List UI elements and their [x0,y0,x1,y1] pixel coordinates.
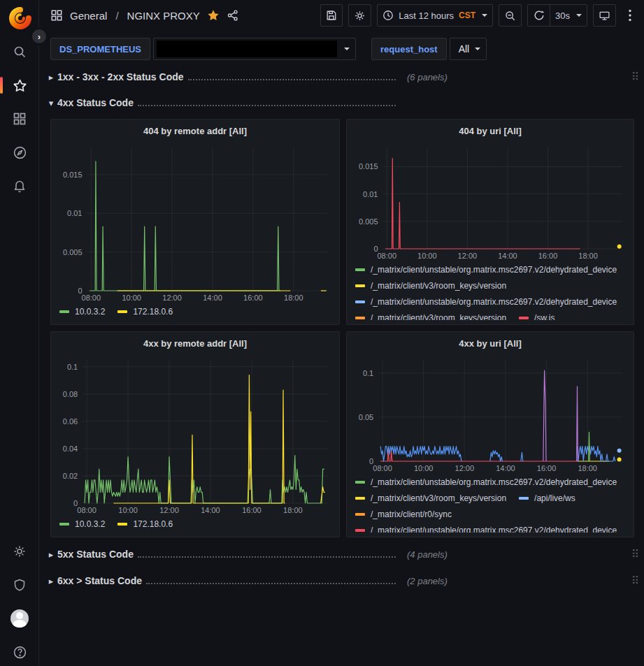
alerting-bell-icon[interactable] [6,176,34,196]
legend-item[interactable]: 10.0.3.2 [59,519,105,529]
legend-item[interactable]: /_matrix/client/v3/room_keys/version [355,281,506,291]
svg-text:14:00: 14:00 [203,294,222,302]
server-admin-shield-icon[interactable] [6,575,34,595]
row-header-6xx[interactable]: ▸ 6xx > Status Code (2 panels) ⠿ [45,571,638,591]
svg-text:12:00: 12:00 [159,506,179,514]
request-host-variable-label[interactable]: request_host [371,38,447,60]
kebab-menu-icon[interactable] [622,4,638,27]
panel-title[interactable]: 4xx by remote addr [All] [57,336,334,353]
svg-text:08:00: 08:00 [377,252,396,260]
refresh-button[interactable] [527,4,550,27]
svg-text:10:00: 10:00 [122,294,141,302]
legend-swatch [355,317,365,319]
time-series-chart[interactable]: 08:0010:0012:0014:0016:0018:0000.020.040… [57,353,334,516]
panel-4xx-by-uri: 4xx by uri [All] 08:0010:0012:0014:0016:… [346,331,634,537]
svg-text:0.005: 0.005 [63,248,83,256]
zoom-out-icon [504,10,516,22]
apps-grid-icon[interactable] [50,9,63,22]
search-icon[interactable] [6,42,34,61]
legend-label: /api/live/ws [534,493,575,503]
svg-text:16:00: 16:00 [537,464,557,472]
dashboard-settings-button[interactable] [348,4,371,27]
panel-title[interactable]: 404 by uri [All] [352,124,628,140]
time-series-chart[interactable]: 08:0010:0012:0014:0016:0018:0000.0050.01… [352,140,628,261]
legend-item[interactable]: /_matrix/client/unstable/org.matrix.msc2… [355,477,617,487]
page-title: NGINX PROXY [127,10,200,22]
panel-title[interactable]: 4xx by uri [All] [352,336,628,353]
row-title: 6xx > Status Code [57,575,142,586]
share-icon[interactable] [227,9,239,22]
row-title: 1xx - 3xx - 2xx Status Code [57,71,184,82]
legend-item[interactable]: 172.18.0.6 [117,307,173,317]
panel-legend: 10.0.3.2172.18.0.6 [57,303,334,320]
sidebar-expand-button[interactable]: › [30,27,48,45]
refresh-interval-picker[interactable]: 30s [550,4,587,27]
tv-mode-button[interactable] [593,4,616,27]
legend-label: /sw.js [534,313,554,321]
legend-item[interactable]: /_matrix/client/unstable/org.matrix.msc2… [355,265,617,275]
row-panel-count: (4 panels) [407,549,448,560]
avatar [10,609,29,628]
row-header-1xx-3xx-2xx[interactable]: ▸ 1xx - 3xx - 2xx Status Code (6 panels)… [45,67,638,87]
configuration-gear-icon[interactable] [6,542,34,561]
dashboards-icon[interactable] [6,109,34,129]
row-panel-count: (2 panels) [407,576,448,586]
panel-legend: /_matrix/client/unstable/org.matrix.msc2… [352,474,628,533]
legend-item[interactable]: 172.18.0.6 [117,519,173,529]
time-range-picker[interactable]: Last 12 hours CST [377,4,493,27]
refresh-icon [534,10,545,21]
legend-item[interactable]: /_matrix/client/unstable/org.matrix.msc2… [355,297,617,307]
zoom-out-time-button[interactable] [499,4,522,27]
legend-item[interactable]: 10.0.3.2 [59,307,105,317]
legend-swatch [117,523,127,526]
grafana-logo[interactable] [9,7,31,29]
svg-text:14:00: 14:00 [496,464,515,472]
starred-icon[interactable] [6,75,34,95]
legend-swatch [355,284,365,287]
svg-text:0.005: 0.005 [359,217,378,226]
legend-item[interactable]: /_matrix/client/unstable/org.matrix.msc2… [355,526,617,533]
variables-bar: DS_PROMETHEUS request_host All [50,38,487,60]
save-dashboard-button[interactable] [320,4,343,27]
legend-swatch [355,268,365,271]
favorite-star-icon[interactable] [207,9,220,22]
svg-text:08:00: 08:00 [82,294,101,302]
datasource-variable-label[interactable]: DS_PROMETHEUS [50,38,150,60]
legend-item[interactable]: /sw.js [519,313,554,321]
legend-item[interactable]: /api/live/ws [519,493,575,503]
panel-legend: 10.0.3.2172.18.0.6 [57,516,334,533]
clock-icon [382,10,394,21]
legend-label: /_matrix/client/v3/room_keys/version [371,281,506,291]
request-host-variable-select[interactable]: All [450,38,487,60]
row-dotted-leader [188,79,396,80]
panel-404-by-remote-addr: 404 by remote addr [All] 08:0010:0012:00… [50,119,340,325]
time-range-label: Last 12 hours [399,10,454,21]
breadcrumb-section[interactable]: General [70,10,107,22]
row-drag-handle[interactable]: ⠿ [631,71,638,83]
panel-title[interactable]: 404 by remote addr [All] [57,124,334,140]
row-drag-handle[interactable]: ⠿ [631,548,638,560]
legend-item[interactable]: /_matrix/client/r0/sync [355,509,452,519]
svg-text:0.01: 0.01 [67,209,82,217]
profile-avatar[interactable] [6,609,34,628]
timezone-badge: CST [459,10,475,20]
legend-item[interactable]: /_matrix/client/v3/room_keys/version [355,493,506,503]
time-series-chart[interactable]: 08:0010:0012:0014:0016:0018:0000.050.1 [352,353,628,474]
svg-text:18:00: 18:00 [283,506,303,514]
legend-item[interactable]: /_matrix/client/v3/room_keys/version [355,313,506,321]
svg-text:12:00: 12:00 [455,464,475,472]
svg-text:14:00: 14:00 [201,506,220,514]
chevron-right-icon: ▸ [45,72,57,82]
help-icon[interactable] [6,642,34,662]
sidebar: › [0,0,39,666]
row-header-5xx[interactable]: ▸ 5xx Status Code (4 panels) ⠿ [45,544,638,564]
datasource-variable-select[interactable] [153,38,356,60]
legend-label: /_matrix/client/unstable/org.matrix.msc2… [371,477,617,487]
svg-text:0.1: 0.1 [67,363,78,371]
explore-compass-icon[interactable] [6,143,34,162]
row-header-4xx[interactable]: ▾ 4xx Status Code [45,93,638,113]
time-series-chart[interactable]: 08:0010:0012:0014:0016:0018:0000.0050.01… [57,140,334,303]
row-dotted-leader [138,556,396,558]
gear-icon [354,10,366,22]
row-drag-handle[interactable]: ⠿ [631,574,638,587]
